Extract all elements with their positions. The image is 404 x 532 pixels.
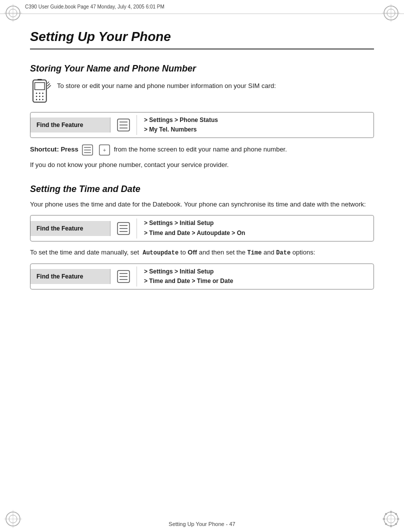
find-feature-label-3: Find the Feature <box>30 269 110 284</box>
svg-point-31 <box>42 96 44 97</box>
menu-path-2a: > Settings > Initial Setup <box>144 218 245 228</box>
svg-point-18 <box>383 518 385 520</box>
svg-point-28 <box>42 92 44 94</box>
main-content: Setting Up Your Phone Storing Your Name … <box>30 14 374 512</box>
section1-intro-text: To store or edit your name and phone num… <box>57 81 276 91</box>
svg-line-36 <box>48 82 50 84</box>
section2-intro: Your phone uses the time and date for th… <box>30 200 374 210</box>
page-header: C390 User Guide.book Page 47 Monday, Jul… <box>0 0 404 14</box>
find-feature-content-3: > Settings > Initial Setup > Time and Da… <box>137 264 240 289</box>
find-feature-box-2: Find the Feature > Settings > Initial Se… <box>30 215 374 241</box>
corner-decoration-tr <box>382 4 400 22</box>
find-feature-box-3: Find the Feature > Settings > Initial Se… <box>30 264 374 290</box>
menu-path-1a: > Settings > Phone Status <box>144 116 218 125</box>
footer-text: Setting Up Your Phone - 47 <box>168 521 235 527</box>
svg-point-26 <box>36 92 38 94</box>
section1-para2: If you do not know your phone number, co… <box>30 160 374 170</box>
find-feature-box-1: Find the Feature > Settings > Phone Stat… <box>30 112 374 138</box>
svg-point-16 <box>390 511 392 513</box>
svg-rect-25 <box>35 82 45 90</box>
section1-intro-row: To store or edit your name and phone num… <box>30 79 374 106</box>
menu-icon-1 <box>110 115 137 135</box>
svg-point-34 <box>42 99 44 100</box>
shortcut-label: Shortcut: Press <box>30 146 78 154</box>
svg-rect-35 <box>38 79 42 80</box>
section2-heading: Setting the Time and Date <box>30 184 374 194</box>
menu-path-3b: > Time and Date > Time or Date <box>144 276 233 286</box>
section2-para2: To set the time and date manually, set A… <box>30 248 374 258</box>
find-feature-label-2: Find the Feature <box>30 221 110 236</box>
menu-path-1b: > My Tel. Numbers <box>144 125 218 134</box>
svg-point-33 <box>39 99 40 100</box>
section1-heading: Storing Your Name and Phone Number <box>30 64 374 74</box>
find-feature-content-2: > Settings > Initial Setup > Time and Da… <box>137 216 252 240</box>
svg-text:+: + <box>103 148 106 154</box>
svg-point-32 <box>36 99 38 100</box>
find-feature-content-1: > Settings > Phone Status > My Tel. Numb… <box>137 112 225 138</box>
shortcut-text: Shortcut: Press + from the home screen t… <box>30 144 374 156</box>
svg-point-30 <box>39 96 40 97</box>
svg-point-19 <box>397 518 399 520</box>
svg-line-37 <box>48 84 50 86</box>
page-footer: Setting Up Your Phone - 47 <box>0 521 404 527</box>
header-text: C390 User Guide.book Page 47 Monday, Jul… <box>25 4 164 10</box>
shortcut-rest: from the home screen to edit your name a… <box>114 146 287 154</box>
svg-point-20 <box>385 513 387 515</box>
phone-icon <box>30 79 52 106</box>
corner-decoration-tl <box>4 4 22 22</box>
svg-point-27 <box>39 92 40 94</box>
svg-point-29 <box>36 96 38 97</box>
find-feature-label-1: Find the Feature <box>30 118 110 132</box>
svg-point-22 <box>395 513 397 515</box>
menu-path-3a: > Settings > Initial Setup <box>144 267 233 276</box>
menu-path-2b: > Time and Date > Autoupdate > On <box>144 228 245 238</box>
menu-icon-2 <box>110 218 137 238</box>
menu-icon-3 <box>110 266 137 286</box>
page-title: Setting Up Your Phone <box>30 29 374 50</box>
